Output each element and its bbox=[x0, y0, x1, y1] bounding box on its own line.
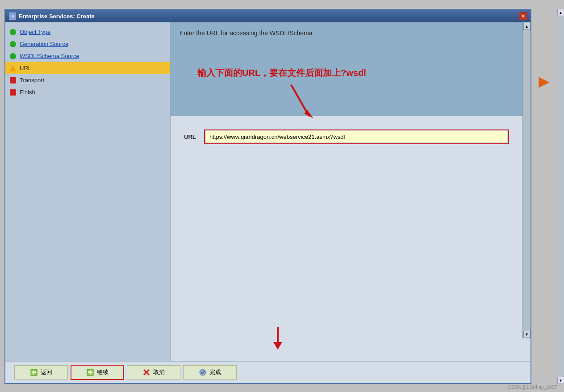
sidebar-spacer bbox=[5, 98, 170, 357]
annotation-text: 输入下面的URL，要在文件后面加上?wsdl bbox=[197, 67, 366, 79]
sidebar-item-generation-source[interactable]: Generation Source bbox=[5, 38, 170, 50]
sidebar-item-object-type[interactable]: Object Type bbox=[5, 26, 170, 38]
continue-icon bbox=[86, 368, 94, 376]
scrollbar[interactable]: ▲ ▼ bbox=[522, 22, 531, 338]
sidebar-item-label: Generation Source bbox=[20, 41, 68, 47]
info-text: Enter the URL for accessing the WSDL/Sch… bbox=[180, 29, 514, 37]
warning-triangle-icon bbox=[10, 65, 16, 71]
close-button[interactable]: ✕ bbox=[519, 12, 527, 20]
outer-scrollbar: ▲ ▼ bbox=[557, 9, 564, 384]
toolbar: 返回 继续 取消 bbox=[5, 361, 531, 383]
url-input[interactable] bbox=[206, 131, 507, 142]
svg-point-8 bbox=[200, 369, 206, 375]
scroll-up-button[interactable]: ▲ bbox=[523, 23, 531, 30]
title-text: Enterprise Services: Create bbox=[19, 13, 95, 20]
bottom-arrow bbox=[260, 325, 296, 352]
green-circle-icon bbox=[10, 41, 16, 47]
annotation-arrow bbox=[278, 80, 322, 125]
sidebar-item-wsdl-schema[interactable]: WSDL/Schema Source bbox=[5, 50, 170, 62]
continue-label: 继续 bbox=[97, 368, 109, 376]
svg-marker-10 bbox=[273, 342, 282, 350]
finish-button[interactable]: 完成 bbox=[183, 365, 237, 379]
sidebar-item-label: Object Type bbox=[20, 29, 50, 35]
cancel-icon bbox=[142, 368, 150, 376]
sidebar-item-url[interactable]: URL bbox=[5, 62, 170, 74]
sidebar-item-transport[interactable]: Transport bbox=[5, 74, 170, 86]
cancel-button[interactable]: 取消 bbox=[127, 365, 180, 379]
scroll-down-button[interactable]: ▼ bbox=[523, 331, 531, 338]
finish-icon bbox=[199, 368, 207, 376]
dialog-window: 🖥 Enterprise Services: Create ✕ Object T… bbox=[4, 9, 531, 384]
info-panel: Enter the URL for accessing the WSDL/Sch… bbox=[171, 22, 522, 116]
url-label: URL bbox=[184, 133, 197, 140]
url-input-wrapper bbox=[204, 129, 509, 144]
sidebar-item-label: WSDL/Schema Source bbox=[20, 53, 79, 59]
continue-button[interactable]: 继续 bbox=[71, 365, 124, 380]
right-arrow-indicator: ► bbox=[535, 71, 553, 92]
red-square-icon bbox=[10, 77, 16, 83]
outer-scroll-up[interactable]: ▲ bbox=[557, 9, 564, 16]
sidebar-item-label: Finish bbox=[20, 89, 35, 96]
title-bar: 🖥 Enterprise Services: Create ✕ bbox=[5, 10, 531, 22]
green-circle-icon bbox=[10, 53, 16, 59]
back-icon bbox=[30, 368, 38, 376]
title-icon: 🖥 bbox=[9, 13, 16, 20]
back-button[interactable]: 返回 bbox=[14, 365, 68, 379]
green-circle-icon bbox=[10, 29, 16, 35]
outer-scroll-down[interactable]: ▼ bbox=[557, 377, 564, 384]
sidebar-item-finish[interactable]: Finish bbox=[5, 86, 170, 98]
sidebar-item-label: URL bbox=[20, 65, 31, 71]
main-area: ▲ ▼ Enter the URL for accessing the WSDL… bbox=[171, 22, 531, 361]
cancel-label: 取消 bbox=[153, 368, 165, 376]
url-section: URL bbox=[171, 121, 522, 153]
title-bar-left: 🖥 Enterprise Services: Create bbox=[9, 13, 95, 20]
sidebar-item-label: Transport bbox=[20, 77, 44, 83]
watermark: CSDN@1314lay_1007 bbox=[508, 384, 557, 390]
outer-scroll-track bbox=[557, 16, 564, 377]
finish-label: 完成 bbox=[209, 368, 221, 376]
sidebar: Object Type Generation Source WSDL/Schem… bbox=[5, 22, 171, 361]
dialog-content: Object Type Generation Source WSDL/Schem… bbox=[5, 22, 531, 361]
back-label: 返回 bbox=[41, 368, 52, 376]
red-square-icon bbox=[10, 89, 16, 96]
